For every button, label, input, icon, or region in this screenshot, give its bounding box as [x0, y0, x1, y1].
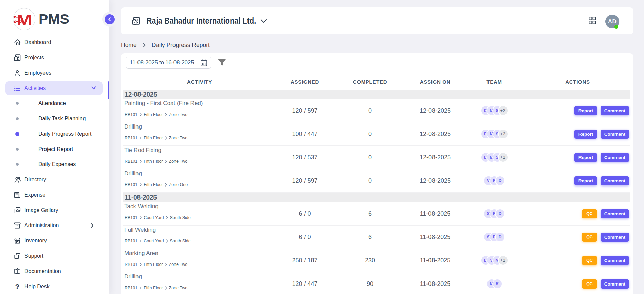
svg-text:M: M — [16, 12, 32, 29]
